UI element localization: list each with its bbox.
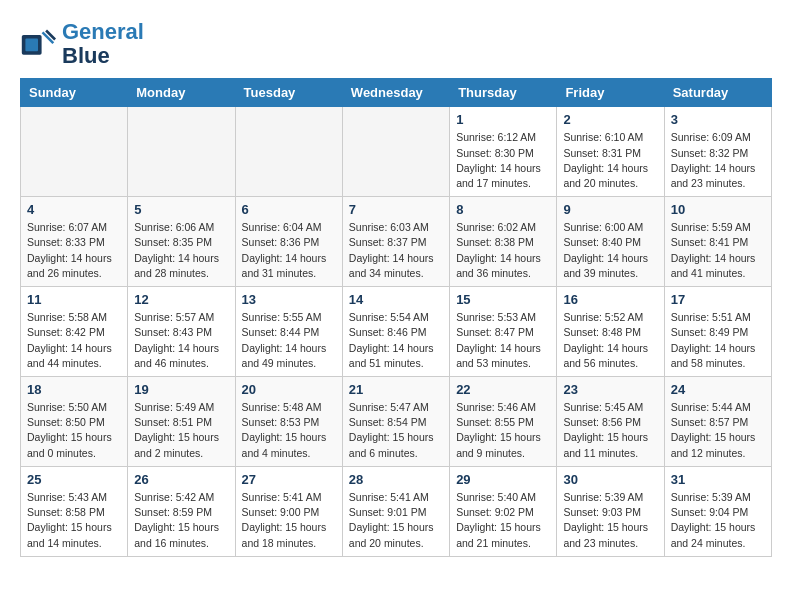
calendar-week-row: 18Sunrise: 5:50 AMSunset: 8:50 PMDayligh… <box>21 377 772 467</box>
calendar-cell: 14Sunrise: 5:54 AMSunset: 8:46 PMDayligh… <box>342 287 449 377</box>
day-info: Sunrise: 5:43 AMSunset: 8:58 PMDaylight:… <box>27 490 121 551</box>
calendar-cell: 19Sunrise: 5:49 AMSunset: 8:51 PMDayligh… <box>128 377 235 467</box>
day-info: Sunrise: 5:39 AMSunset: 9:04 PMDaylight:… <box>671 490 765 551</box>
calendar-cell: 2Sunrise: 6:10 AMSunset: 8:31 PMDaylight… <box>557 107 664 197</box>
day-number: 19 <box>134 382 228 397</box>
day-info: Sunrise: 5:44 AMSunset: 8:57 PMDaylight:… <box>671 400 765 461</box>
day-info: Sunrise: 5:52 AMSunset: 8:48 PMDaylight:… <box>563 310 657 371</box>
calendar-cell: 17Sunrise: 5:51 AMSunset: 8:49 PMDayligh… <box>664 287 771 377</box>
day-number: 10 <box>671 202 765 217</box>
day-info: Sunrise: 5:58 AMSunset: 8:42 PMDaylight:… <box>27 310 121 371</box>
day-number: 14 <box>349 292 443 307</box>
calendar-page: GeneralBlue SundayMondayTuesdayWednesday… <box>0 0 792 567</box>
day-number: 16 <box>563 292 657 307</box>
day-number: 1 <box>456 112 550 127</box>
day-info: Sunrise: 6:06 AMSunset: 8:35 PMDaylight:… <box>134 220 228 281</box>
day-info: Sunrise: 5:57 AMSunset: 8:43 PMDaylight:… <box>134 310 228 371</box>
day-info: Sunrise: 5:41 AMSunset: 9:00 PMDaylight:… <box>242 490 336 551</box>
day-info: Sunrise: 6:02 AMSunset: 8:38 PMDaylight:… <box>456 220 550 281</box>
day-number: 3 <box>671 112 765 127</box>
weekday-header-friday: Friday <box>557 79 664 107</box>
day-number: 27 <box>242 472 336 487</box>
day-number: 23 <box>563 382 657 397</box>
calendar-cell: 4Sunrise: 6:07 AMSunset: 8:33 PMDaylight… <box>21 197 128 287</box>
calendar-cell <box>128 107 235 197</box>
day-number: 26 <box>134 472 228 487</box>
day-number: 28 <box>349 472 443 487</box>
logo-text: GeneralBlue <box>62 20 144 68</box>
page-header: GeneralBlue <box>20 20 772 68</box>
weekday-header-sunday: Sunday <box>21 79 128 107</box>
calendar-week-row: 25Sunrise: 5:43 AMSunset: 8:58 PMDayligh… <box>21 466 772 556</box>
day-number: 13 <box>242 292 336 307</box>
calendar-cell: 8Sunrise: 6:02 AMSunset: 8:38 PMDaylight… <box>450 197 557 287</box>
calendar-cell: 21Sunrise: 5:47 AMSunset: 8:54 PMDayligh… <box>342 377 449 467</box>
calendar-cell: 5Sunrise: 6:06 AMSunset: 8:35 PMDaylight… <box>128 197 235 287</box>
day-info: Sunrise: 5:48 AMSunset: 8:53 PMDaylight:… <box>242 400 336 461</box>
day-info: Sunrise: 5:40 AMSunset: 9:02 PMDaylight:… <box>456 490 550 551</box>
logo: GeneralBlue <box>20 20 144 68</box>
calendar-cell: 6Sunrise: 6:04 AMSunset: 8:36 PMDaylight… <box>235 197 342 287</box>
day-info: Sunrise: 5:42 AMSunset: 8:59 PMDaylight:… <box>134 490 228 551</box>
day-number: 20 <box>242 382 336 397</box>
calendar-cell: 11Sunrise: 5:58 AMSunset: 8:42 PMDayligh… <box>21 287 128 377</box>
day-info: Sunrise: 5:49 AMSunset: 8:51 PMDaylight:… <box>134 400 228 461</box>
weekday-header-thursday: Thursday <box>450 79 557 107</box>
calendar-cell: 16Sunrise: 5:52 AMSunset: 8:48 PMDayligh… <box>557 287 664 377</box>
day-number: 6 <box>242 202 336 217</box>
day-number: 11 <box>27 292 121 307</box>
day-number: 30 <box>563 472 657 487</box>
calendar-cell: 31Sunrise: 5:39 AMSunset: 9:04 PMDayligh… <box>664 466 771 556</box>
day-info: Sunrise: 6:09 AMSunset: 8:32 PMDaylight:… <box>671 130 765 191</box>
calendar-cell: 12Sunrise: 5:57 AMSunset: 8:43 PMDayligh… <box>128 287 235 377</box>
calendar-cell: 10Sunrise: 5:59 AMSunset: 8:41 PMDayligh… <box>664 197 771 287</box>
day-number: 8 <box>456 202 550 217</box>
calendar-cell: 29Sunrise: 5:40 AMSunset: 9:02 PMDayligh… <box>450 466 557 556</box>
day-info: Sunrise: 6:12 AMSunset: 8:30 PMDaylight:… <box>456 130 550 191</box>
calendar-cell: 3Sunrise: 6:09 AMSunset: 8:32 PMDaylight… <box>664 107 771 197</box>
logo-icon <box>20 26 56 62</box>
calendar-cell: 1Sunrise: 6:12 AMSunset: 8:30 PMDaylight… <box>450 107 557 197</box>
day-number: 4 <box>27 202 121 217</box>
calendar-cell: 24Sunrise: 5:44 AMSunset: 8:57 PMDayligh… <box>664 377 771 467</box>
calendar-cell: 18Sunrise: 5:50 AMSunset: 8:50 PMDayligh… <box>21 377 128 467</box>
day-info: Sunrise: 5:59 AMSunset: 8:41 PMDaylight:… <box>671 220 765 281</box>
svg-rect-1 <box>25 39 38 52</box>
day-info: Sunrise: 5:50 AMSunset: 8:50 PMDaylight:… <box>27 400 121 461</box>
calendar-week-row: 1Sunrise: 6:12 AMSunset: 8:30 PMDaylight… <box>21 107 772 197</box>
weekday-header-monday: Monday <box>128 79 235 107</box>
calendar-cell: 9Sunrise: 6:00 AMSunset: 8:40 PMDaylight… <box>557 197 664 287</box>
day-number: 17 <box>671 292 765 307</box>
day-info: Sunrise: 5:41 AMSunset: 9:01 PMDaylight:… <box>349 490 443 551</box>
day-number: 29 <box>456 472 550 487</box>
calendar-cell <box>342 107 449 197</box>
calendar-cell: 30Sunrise: 5:39 AMSunset: 9:03 PMDayligh… <box>557 466 664 556</box>
day-info: Sunrise: 5:51 AMSunset: 8:49 PMDaylight:… <box>671 310 765 371</box>
day-info: Sunrise: 5:45 AMSunset: 8:56 PMDaylight:… <box>563 400 657 461</box>
day-info: Sunrise: 5:39 AMSunset: 9:03 PMDaylight:… <box>563 490 657 551</box>
calendar-cell: 28Sunrise: 5:41 AMSunset: 9:01 PMDayligh… <box>342 466 449 556</box>
calendar-cell: 25Sunrise: 5:43 AMSunset: 8:58 PMDayligh… <box>21 466 128 556</box>
day-info: Sunrise: 5:55 AMSunset: 8:44 PMDaylight:… <box>242 310 336 371</box>
calendar-cell: 23Sunrise: 5:45 AMSunset: 8:56 PMDayligh… <box>557 377 664 467</box>
day-number: 9 <box>563 202 657 217</box>
calendar-cell <box>21 107 128 197</box>
day-info: Sunrise: 6:07 AMSunset: 8:33 PMDaylight:… <box>27 220 121 281</box>
calendar-cell <box>235 107 342 197</box>
weekday-header-wednesday: Wednesday <box>342 79 449 107</box>
day-info: Sunrise: 6:10 AMSunset: 8:31 PMDaylight:… <box>563 130 657 191</box>
day-number: 7 <box>349 202 443 217</box>
calendar-cell: 26Sunrise: 5:42 AMSunset: 8:59 PMDayligh… <box>128 466 235 556</box>
calendar-week-row: 4Sunrise: 6:07 AMSunset: 8:33 PMDaylight… <box>21 197 772 287</box>
calendar-cell: 20Sunrise: 5:48 AMSunset: 8:53 PMDayligh… <box>235 377 342 467</box>
calendar-week-row: 11Sunrise: 5:58 AMSunset: 8:42 PMDayligh… <box>21 287 772 377</box>
day-number: 18 <box>27 382 121 397</box>
day-number: 31 <box>671 472 765 487</box>
day-info: Sunrise: 6:00 AMSunset: 8:40 PMDaylight:… <box>563 220 657 281</box>
calendar-cell: 7Sunrise: 6:03 AMSunset: 8:37 PMDaylight… <box>342 197 449 287</box>
weekday-header-saturday: Saturday <box>664 79 771 107</box>
weekday-header-tuesday: Tuesday <box>235 79 342 107</box>
day-info: Sunrise: 5:53 AMSunset: 8:47 PMDaylight:… <box>456 310 550 371</box>
day-info: Sunrise: 6:03 AMSunset: 8:37 PMDaylight:… <box>349 220 443 281</box>
day-number: 22 <box>456 382 550 397</box>
